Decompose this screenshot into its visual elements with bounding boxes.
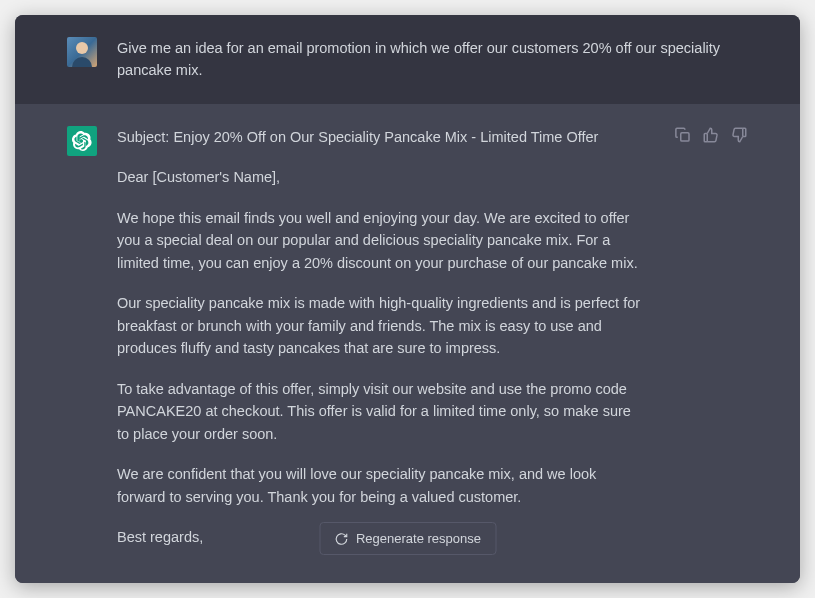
user-message-text: Give me an idea for an email promotion i… (117, 37, 748, 82)
email-paragraph-2: Our speciality pancake mix is made with … (117, 292, 644, 359)
email-subject-line: Subject: Enjoy 20% Off on Our Speciality… (117, 126, 644, 148)
assistant-avatar (67, 126, 97, 156)
openai-logo-icon (72, 131, 92, 151)
regenerate-button[interactable]: Regenerate response (319, 522, 496, 555)
assistant-message-content: Subject: Enjoy 20% Off on Our Speciality… (117, 126, 644, 549)
email-greeting: Dear [Customer's Name], (117, 166, 644, 188)
svg-rect-0 (681, 133, 689, 141)
chat-window: Give me an idea for an email promotion i… (15, 15, 800, 583)
email-paragraph-3: To take advantage of this offer, simply … (117, 378, 644, 445)
refresh-icon (334, 532, 348, 546)
email-paragraph-1: We hope this email finds you well and en… (117, 207, 644, 274)
assistant-message-row: Subject: Enjoy 20% Off on Our Speciality… (15, 104, 800, 583)
user-message-row: Give me an idea for an email promotion i… (15, 15, 800, 104)
email-paragraph-4: We are confident that you will love our … (117, 463, 644, 508)
message-actions (674, 126, 748, 144)
regenerate-container: Regenerate response (319, 522, 496, 555)
user-avatar (67, 37, 97, 67)
thumbs-down-icon[interactable] (730, 126, 748, 144)
thumbs-up-icon[interactable] (702, 126, 720, 144)
regenerate-label: Regenerate response (356, 531, 481, 546)
copy-icon[interactable] (674, 126, 692, 144)
